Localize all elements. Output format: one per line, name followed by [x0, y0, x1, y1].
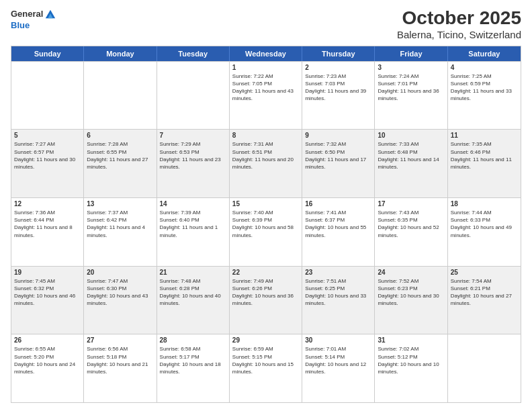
day-number: 15 [232, 200, 299, 208]
calendar-cell-w1d0: 5Sunrise: 7:27 AM Sunset: 6:57 PM Daylig… [11, 130, 84, 197]
calendar-week-0: 1Sunrise: 7:22 AM Sunset: 7:05 PM Daylig… [11, 61, 521, 130]
day-info: Sunrise: 7:29 AM Sunset: 6:53 PM Dayligh… [160, 140, 226, 171]
calendar-week-3: 19Sunrise: 7:45 AM Sunset: 6:32 PM Dayli… [11, 266, 521, 334]
calendar-cell-w0d4: 2Sunrise: 7:23 AM Sunset: 7:03 PM Daylig… [302, 62, 375, 130]
header-day-sunday: Sunday [11, 46, 84, 61]
day-info: Sunrise: 7:40 AM Sunset: 6:39 PM Dayligh… [232, 209, 299, 239]
day-number: 4 [451, 64, 518, 71]
day-info: Sunrise: 7:27 AM Sunset: 6:57 PM Dayligh… [14, 140, 81, 171]
day-number: 11 [451, 132, 518, 139]
day-number: 25 [451, 269, 518, 276]
day-number: 24 [378, 269, 444, 276]
day-number: 1 [232, 64, 299, 71]
day-info: Sunrise: 7:49 AM Sunset: 6:26 PM Dayligh… [232, 277, 299, 308]
day-info: Sunrise: 7:36 AM Sunset: 6:44 PM Dayligh… [14, 209, 81, 239]
calendar-cell-w3d3: 22Sunrise: 7:49 AM Sunset: 6:26 PM Dayli… [230, 267, 302, 334]
calendar-cell-w4d4: 30Sunrise: 7:01 AM Sunset: 5:14 PM Dayli… [302, 334, 375, 402]
header-day-monday: Monday [84, 46, 157, 61]
day-number: 21 [160, 269, 226, 276]
day-info: Sunrise: 7:35 AM Sunset: 6:46 PM Dayligh… [451, 140, 518, 171]
calendar-cell-w1d2: 7Sunrise: 7:29 AM Sunset: 6:53 PM Daylig… [157, 130, 230, 197]
day-number: 17 [378, 200, 444, 208]
day-info: Sunrise: 7:41 AM Sunset: 6:37 PM Dayligh… [305, 209, 371, 239]
calendar-cell-w2d0: 12Sunrise: 7:36 AM Sunset: 6:44 PM Dayli… [11, 198, 84, 266]
calendar-subtitle: Balerna, Ticino, Switzerland [397, 29, 521, 40]
calendar-cell-w4d3: 29Sunrise: 6:59 AM Sunset: 5:15 PM Dayli… [230, 334, 302, 402]
calendar-cell-w3d0: 19Sunrise: 7:45 AM Sunset: 6:32 PM Dayli… [11, 267, 84, 334]
header-day-tuesday: Tuesday [157, 46, 230, 61]
calendar-cell-w4d0: 26Sunrise: 6:55 AM Sunset: 5:20 PM Dayli… [11, 334, 84, 402]
calendar-week-4: 26Sunrise: 6:55 AM Sunset: 5:20 PM Dayli… [11, 334, 521, 402]
calendar-cell-w2d3: 15Sunrise: 7:40 AM Sunset: 6:39 PM Dayli… [230, 198, 302, 266]
day-info: Sunrise: 6:56 AM Sunset: 5:18 PM Dayligh… [87, 345, 153, 375]
calendar-cell-w1d4: 9Sunrise: 7:32 AM Sunset: 6:50 PM Daylig… [302, 130, 375, 197]
day-number: 22 [232, 269, 299, 276]
page: General Blue October 2025 Balerna, Ticin… [0, 0, 532, 411]
day-info: Sunrise: 7:37 AM Sunset: 6:42 PM Dayligh… [87, 209, 153, 239]
day-number: 26 [14, 336, 81, 344]
calendar-cell-w4d5: 31Sunrise: 7:02 AM Sunset: 5:12 PM Dayli… [375, 334, 447, 402]
day-number: 8 [232, 132, 299, 139]
day-info: Sunrise: 7:33 AM Sunset: 6:48 PM Dayligh… [378, 140, 444, 171]
logo-icon [44, 8, 56, 20]
header: General Blue October 2025 Balerna, Ticin… [11, 8, 521, 40]
day-number: 12 [14, 200, 81, 208]
calendar-body: 1Sunrise: 7:22 AM Sunset: 7:05 PM Daylig… [11, 61, 521, 402]
day-info: Sunrise: 7:28 AM Sunset: 6:55 PM Dayligh… [87, 140, 153, 171]
day-number: 3 [378, 64, 444, 71]
day-number: 16 [305, 200, 371, 208]
day-number: 9 [305, 132, 371, 139]
calendar-cell-w2d4: 16Sunrise: 7:41 AM Sunset: 6:37 PM Dayli… [302, 198, 375, 266]
day-info: Sunrise: 6:59 AM Sunset: 5:15 PM Dayligh… [232, 345, 299, 375]
day-info: Sunrise: 7:52 AM Sunset: 6:23 PM Dayligh… [378, 277, 444, 308]
day-number: 5 [14, 132, 81, 139]
calendar-cell-w1d1: 6Sunrise: 7:28 AM Sunset: 6:55 PM Daylig… [84, 130, 157, 197]
day-info: Sunrise: 7:45 AM Sunset: 6:32 PM Dayligh… [14, 277, 81, 308]
day-number: 30 [305, 336, 371, 344]
calendar-cell-w3d2: 21Sunrise: 7:48 AM Sunset: 6:28 PM Dayli… [157, 267, 230, 334]
day-info: Sunrise: 7:48 AM Sunset: 6:28 PM Dayligh… [160, 277, 226, 308]
calendar-cell-w2d6: 18Sunrise: 7:44 AM Sunset: 6:33 PM Dayli… [448, 198, 521, 266]
calendar-title: October 2025 [397, 8, 521, 29]
day-info: Sunrise: 7:02 AM Sunset: 5:12 PM Dayligh… [378, 345, 444, 375]
day-number: 29 [232, 336, 299, 344]
calendar-cell-w0d2 [157, 62, 230, 130]
calendar-cell-w1d3: 8Sunrise: 7:31 AM Sunset: 6:51 PM Daylig… [230, 130, 302, 197]
calendar-week-2: 12Sunrise: 7:36 AM Sunset: 6:44 PM Dayli… [11, 197, 521, 266]
header-day-saturday: Saturday [448, 46, 521, 61]
header-day-friday: Friday [375, 46, 447, 61]
calendar-cell-w3d1: 20Sunrise: 7:47 AM Sunset: 6:30 PM Dayli… [84, 267, 157, 334]
day-info: Sunrise: 7:51 AM Sunset: 6:25 PM Dayligh… [305, 277, 371, 308]
day-info: Sunrise: 7:39 AM Sunset: 6:40 PM Dayligh… [160, 209, 226, 239]
day-number: 13 [87, 200, 153, 208]
header-day-wednesday: Wednesday [230, 46, 302, 61]
title-block: October 2025 Balerna, Ticino, Switzerlan… [397, 8, 521, 40]
day-info: Sunrise: 7:54 AM Sunset: 6:21 PM Dayligh… [451, 277, 518, 308]
day-number: 23 [305, 269, 371, 276]
logo: General Blue [11, 8, 56, 31]
day-info: Sunrise: 7:22 AM Sunset: 7:05 PM Dayligh… [232, 73, 299, 103]
calendar-header-row: SundayMondayTuesdayWednesdayThursdayFrid… [11, 46, 521, 61]
day-info: Sunrise: 7:44 AM Sunset: 6:33 PM Dayligh… [451, 209, 518, 239]
calendar-cell-w2d5: 17Sunrise: 7:43 AM Sunset: 6:35 PM Dayli… [375, 198, 447, 266]
day-number: 27 [87, 336, 153, 344]
day-number: 20 [87, 269, 153, 276]
logo-general: General [11, 9, 43, 19]
day-number: 10 [378, 132, 444, 139]
calendar-cell-w0d3: 1Sunrise: 7:22 AM Sunset: 7:05 PM Daylig… [230, 62, 302, 130]
day-info: Sunrise: 7:24 AM Sunset: 7:01 PM Dayligh… [378, 73, 444, 103]
calendar-cell-w1d5: 10Sunrise: 7:33 AM Sunset: 6:48 PM Dayli… [375, 130, 447, 197]
calendar-cell-w3d4: 23Sunrise: 7:51 AM Sunset: 6:25 PM Dayli… [302, 267, 375, 334]
day-number: 31 [378, 336, 444, 344]
day-info: Sunrise: 7:01 AM Sunset: 5:14 PM Dayligh… [305, 345, 371, 375]
day-number: 18 [451, 200, 518, 208]
day-info: Sunrise: 7:32 AM Sunset: 6:50 PM Dayligh… [305, 140, 371, 171]
day-number: 19 [14, 269, 81, 276]
day-info: Sunrise: 7:25 AM Sunset: 6:59 PM Dayligh… [451, 73, 518, 103]
calendar-cell-w0d6: 4Sunrise: 7:25 AM Sunset: 6:59 PM Daylig… [448, 62, 521, 130]
day-info: Sunrise: 7:23 AM Sunset: 7:03 PM Dayligh… [305, 73, 371, 103]
header-day-thursday: Thursday [302, 46, 375, 61]
logo-blue: Blue [11, 20, 56, 31]
day-number: 14 [160, 200, 226, 208]
day-info: Sunrise: 6:58 AM Sunset: 5:17 PM Dayligh… [160, 345, 226, 375]
